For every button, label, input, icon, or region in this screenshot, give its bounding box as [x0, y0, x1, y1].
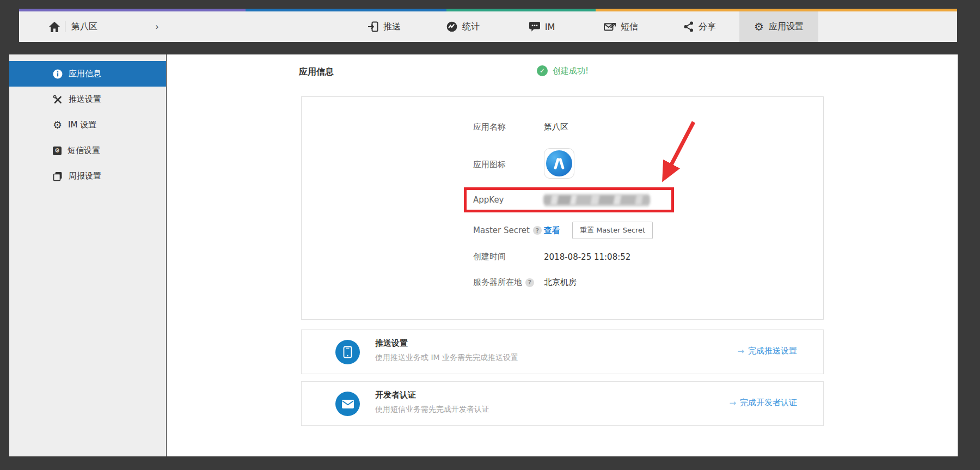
tab-label: 统计 [462, 21, 480, 33]
breadcrumb-app-name[interactable]: 第八区 [71, 21, 97, 33]
tools-icon [53, 95, 63, 105]
app-name-value: 第八区 [544, 122, 568, 132]
tab-app-settings[interactable]: ⚙ 应用设置 [739, 11, 818, 42]
sms-icon [604, 22, 616, 32]
sidebar-item-im-settings[interactable]: ⚙ IM 设置 [9, 112, 166, 138]
tab-label: 分享 [699, 21, 716, 33]
chat-bubble-icon [529, 22, 540, 32]
arrow-right-icon: → [729, 398, 736, 408]
tab-im[interactable]: IM [503, 11, 581, 42]
arrow-right-icon: → [737, 346, 744, 356]
check-circle-icon: ✓ [537, 65, 548, 76]
created-time-value: 2018-08-25 11:08:52 [544, 252, 630, 262]
gear-icon: ⚙ [53, 120, 62, 130]
card-title: 推送设置 [375, 338, 408, 349]
appkey-highlight-box: AppKey [464, 187, 674, 212]
share-icon [684, 21, 694, 32]
tab-sms[interactable]: 短信 [581, 11, 660, 42]
breadcrumb-divider [65, 21, 65, 32]
tab-stats[interactable]: 统计 [424, 11, 503, 42]
view-secret-link[interactable]: 查看 [544, 225, 560, 236]
sidebar: 应用信息 推送设置 ⚙ IM 设置 ⚙ 短信设置 周报设置 [9, 54, 166, 456]
app-icon [544, 148, 574, 179]
complete-developer-verification-link[interactable]: → 完成开发者认证 [729, 398, 797, 408]
tab-share[interactable]: 分享 [660, 11, 739, 42]
phone-icon [335, 340, 360, 364]
app-icon-glyph [546, 150, 572, 176]
report-pages-icon [53, 172, 63, 181]
tab-label: IM [545, 22, 555, 32]
tab-label: 短信 [621, 21, 638, 33]
push-setup-card: 推送设置 使用推送业务或 IM 业务需先完成推送设置 → 完成推送设置 [301, 329, 824, 374]
field-label: 应用图标 [473, 160, 544, 170]
card-link-label: 完成开发者认证 [740, 398, 797, 408]
row-master-secret: Master Secret ? 查看 重置 Master Secret [473, 222, 653, 239]
sidebar-item-label: 应用信息 [69, 69, 101, 79]
field-label: 服务器所在地 ? [473, 277, 544, 288]
row-app-name: 应用名称 第八区 [473, 122, 568, 132]
push-icon [367, 21, 378, 32]
home-icon[interactable] [49, 22, 60, 32]
field-label-text: 服务器所在地 [473, 277, 522, 288]
help-icon[interactable]: ? [533, 226, 542, 235]
nav-body: 第八区 › 推送 统计 IM [19, 11, 957, 42]
row-created-time: 创建时间 2018-08-25 11:08:52 [473, 252, 630, 262]
info-icon [53, 69, 63, 79]
field-label: AppKey [473, 195, 543, 205]
field-label-text: Master Secret [473, 225, 530, 235]
sidebar-item-label: IM 设置 [68, 120, 96, 130]
nav-tabs: 推送 统计 IM 短信 [345, 11, 818, 42]
server-location-value: 北京机房 [544, 277, 577, 288]
tab-push[interactable]: 推送 [345, 11, 424, 42]
main-content: 应用信息 ✓ 创建成功! 应用名称 第八区 应用图标 AppKey Master… [167, 54, 958, 456]
field-label: Master Secret ? [473, 225, 544, 235]
card-description: 使用短信业务需先完成开发者认证 [375, 405, 489, 414]
field-label: 创建时间 [473, 252, 544, 262]
field-label: 应用名称 [473, 122, 544, 132]
creation-status: ✓ 创建成功! [537, 65, 589, 76]
tab-label: 应用设置 [769, 21, 804, 33]
sidebar-item-label: 短信设置 [68, 145, 100, 156]
help-icon[interactable]: ? [525, 278, 534, 287]
complete-push-setup-link[interactable]: → 完成推送设置 [737, 346, 797, 356]
top-navbar: 第八区 › 推送 统计 IM [19, 9, 957, 42]
stats-icon [446, 21, 457, 32]
breadcrumb-expand-chevron-icon[interactable]: › [155, 11, 159, 42]
sidebar-item-app-info[interactable]: 应用信息 [9, 61, 166, 87]
tab-label: 推送 [383, 21, 401, 33]
developer-verification-card: 开发者认证 使用短信业务需先完成开发者认证 → 完成开发者认证 [301, 381, 824, 426]
gear-icon: ⚙ [754, 21, 764, 32]
row-server-location: 服务器所在地 ? 北京机房 [473, 277, 577, 288]
sidebar-item-label: 推送设置 [69, 94, 101, 105]
app-info-panel: 应用名称 第八区 应用图标 AppKey Master Secret ? 查看 … [301, 96, 824, 320]
status-text: 创建成功! [553, 66, 589, 76]
row-app-icon: 应用图标 [473, 148, 574, 179]
sidebar-item-label: 周报设置 [69, 171, 101, 181]
mail-icon [335, 392, 360, 416]
card-description: 使用推送业务或 IM 业务需先完成推送设置 [375, 353, 518, 363]
sidebar-item-sms-settings[interactable]: ⚙ 短信设置 [9, 138, 166, 163]
appkey-redacted-value [543, 196, 650, 204]
card-title: 开发者认证 [375, 390, 416, 400]
sidebar-item-push-settings[interactable]: 推送设置 [9, 87, 166, 112]
boxed-gear-icon: ⚙ [53, 147, 62, 155]
page-title: 应用信息 [299, 66, 334, 78]
reset-master-secret-button[interactable]: 重置 Master Secret [572, 222, 653, 239]
card-link-label: 完成推送设置 [748, 346, 797, 356]
sidebar-item-weekly-report-settings[interactable]: 周报设置 [9, 163, 166, 189]
breadcrumb[interactable]: 第八区 [49, 11, 97, 42]
